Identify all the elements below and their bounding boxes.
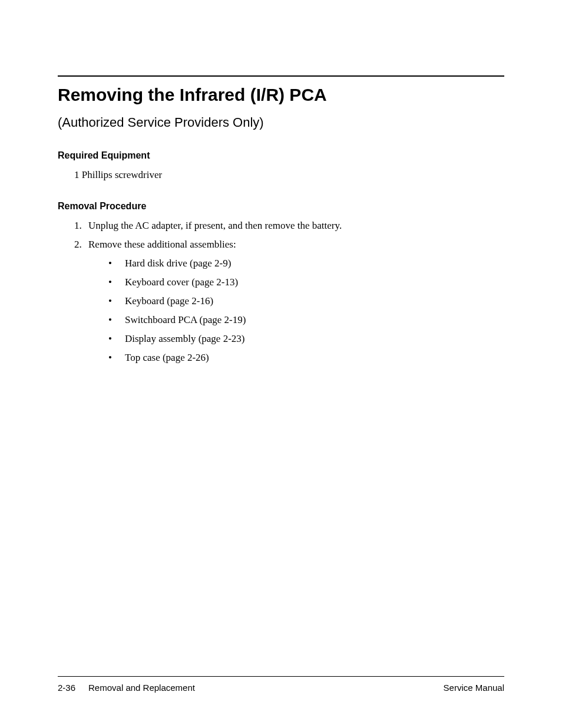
item-text: Keyboard cover (page 2-13) <box>125 276 238 288</box>
step-text: Remove these additional assemblies: <box>88 239 236 250</box>
sub-assemblies: Hard disk drive (page 2-9) Keyboard cove… <box>108 258 504 364</box>
item-text: Switchboard PCA (page 2-19) <box>125 314 246 325</box>
page-number: 2-36 <box>58 683 75 693</box>
list-item: Switchboard PCA (page 2-19) <box>108 314 504 326</box>
top-rule <box>58 75 504 77</box>
list-item: Top case (page 2-26) <box>108 352 504 364</box>
item-text: Hard disk drive (page 2-9) <box>125 258 231 269</box>
page-footer: 2-36 Removal and Replacement Service Man… <box>58 676 504 693</box>
step-text: Unplug the AC adapter, if present, and t… <box>88 220 342 231</box>
page-title: Removing the Infrared (I/R) PCA <box>58 85 504 104</box>
procedure-heading: Removal Procedure <box>58 201 504 212</box>
footer-left: 2-36 Removal and Replacement <box>58 683 195 693</box>
equipment-heading: Required Equipment <box>58 150 504 161</box>
item-text: Top case (page 2-26) <box>125 352 209 363</box>
footer-rule <box>58 676 504 677</box>
list-item: Hard disk drive (page 2-9) <box>108 258 504 269</box>
item-text: Display assembly (page 2-23) <box>125 333 244 344</box>
step-2: Remove these additional assemblies: Hard… <box>74 239 504 364</box>
equipment-item: 1 Phillips screwdriver <box>74 169 504 181</box>
page-content: Removing the Infrared (I/R) PCA (Authori… <box>0 0 562 364</box>
list-item: Display assembly (page 2-23) <box>108 333 504 345</box>
step-1: Unplug the AC adapter, if present, and t… <box>74 220 504 232</box>
procedure-steps: Unplug the AC adapter, if present, and t… <box>74 220 504 364</box>
item-text: Keyboard (page 2-16) <box>125 295 213 307</box>
section-name: Removal and Replacement <box>88 683 195 693</box>
doc-title: Service Manual <box>444 683 504 693</box>
page-subtitle: (Authorized Service Providers Only) <box>58 115 504 130</box>
list-item: Keyboard cover (page 2-13) <box>108 276 504 288</box>
footer-row: 2-36 Removal and Replacement Service Man… <box>58 683 504 693</box>
list-item: Keyboard (page 2-16) <box>108 295 504 307</box>
